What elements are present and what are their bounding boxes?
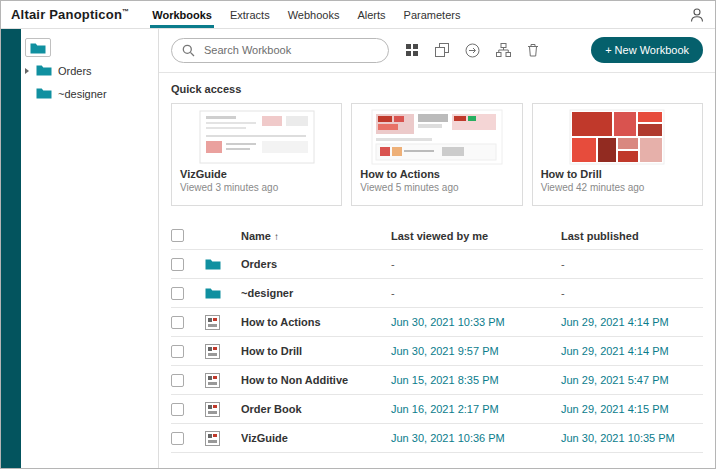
row-checkbox[interactable] — [171, 258, 184, 271]
trademark: ™ — [122, 8, 129, 15]
row-last-published: Jun 29, 2021 4:15 PM — [561, 403, 703, 415]
row-checkbox[interactable] — [171, 287, 184, 300]
workbook-card[interactable]: How to DrillViewed 42 minutes ago — [532, 103, 703, 206]
row-last-viewed: - — [391, 258, 561, 270]
nav-tab-workbooks[interactable]: Workbooks — [143, 1, 221, 28]
app-logo: Altair Panopticon™ — [11, 7, 129, 22]
workbook-table: Name↑ Last viewed by me Last published O… — [171, 222, 703, 453]
row-last-viewed: Jun 30, 2021 9:57 PM — [391, 345, 561, 357]
row-checkbox[interactable] — [171, 432, 184, 445]
folder-label: Orders — [58, 65, 92, 77]
card-viewed-ago: Viewed 42 minutes ago — [533, 180, 702, 195]
row-checkbox[interactable] — [171, 403, 184, 416]
workbook-card[interactable]: VizGuideViewed 3 minutes ago — [171, 103, 342, 206]
workbook-icon — [205, 315, 220, 330]
table-row[interactable]: How to DrillJun 30, 2021 9:57 PMJun 29, … — [171, 337, 703, 366]
nav-tab-parameters[interactable]: Parameters — [395, 1, 470, 28]
copy-icon[interactable] — [435, 43, 449, 57]
tree-item-orders[interactable]: Orders — [25, 59, 158, 82]
row-checkbox[interactable] — [171, 374, 184, 387]
select-all-checkbox[interactable] — [171, 229, 184, 242]
user-account-icon[interactable] — [689, 7, 705, 23]
workbook-table-body: Orders--~designer--How to ActionsJun 30,… — [171, 250, 703, 453]
table-row[interactable]: ~designer-- — [171, 279, 703, 308]
row-last-published: - — [561, 258, 703, 270]
row-name[interactable]: How to Non Additive — [241, 374, 391, 386]
card-viewed-ago: Viewed 3 minutes ago — [172, 180, 341, 195]
column-header-last-viewed[interactable]: Last viewed by me — [391, 230, 561, 242]
row-last-viewed: Jun 15, 2021 8:35 PM — [391, 374, 561, 386]
root-folder[interactable] — [25, 38, 51, 57]
nav-tabs: WorkbooksExtractsWebhooksAlertsParameter… — [143, 1, 469, 28]
row-name[interactable]: VizGuide — [241, 432, 391, 444]
table-row[interactable]: How to Non AdditiveJun 15, 2021 8:35 PMJ… — [171, 366, 703, 395]
top-bar: Altair Panopticon™ WorkbooksExtractsWebh… — [1, 1, 715, 29]
page-layout: Orders~designer + New Workbook Quick acc… — [1, 29, 715, 469]
row-last-published: Jun 30, 2021 10:35 PM — [561, 432, 703, 444]
table-row[interactable]: How to ActionsJun 30, 2021 10:33 PMJun 2… — [171, 308, 703, 337]
row-last-published: Jun 29, 2021 4:14 PM — [561, 316, 703, 328]
row-name[interactable]: ~designer — [241, 287, 391, 299]
new-workbook-button[interactable]: + New Workbook — [591, 37, 703, 63]
workbook-thumbnail — [533, 104, 702, 166]
quick-access-cards: VizGuideViewed 3 minutes agoHow to Actio… — [171, 103, 703, 206]
folder-tree: Orders~designer — [1, 29, 158, 105]
folder-icon — [205, 287, 221, 300]
toolbar: + New Workbook — [171, 37, 703, 63]
column-header-name[interactable]: Name↑ — [241, 230, 391, 242]
row-checkbox[interactable] — [171, 345, 184, 358]
card-title: VizGuide — [172, 166, 341, 180]
table-row[interactable]: Orders-- — [171, 250, 703, 279]
folder-label: ~designer — [58, 88, 107, 100]
row-checkbox[interactable] — [171, 316, 184, 329]
workbook-card[interactable]: How to ActionsViewed 5 minutes ago — [351, 103, 522, 206]
table-header: Name↑ Last viewed by me Last published — [171, 222, 703, 250]
delete-icon[interactable] — [527, 43, 539, 57]
column-header-last-published[interactable]: Last published — [561, 230, 703, 242]
workbook-icon — [205, 402, 220, 417]
table-row[interactable]: VizGuideJun 30, 2021 10:36 PMJun 30, 202… — [171, 424, 703, 453]
search-box[interactable] — [171, 38, 389, 63]
row-last-published: Jun 29, 2021 4:14 PM — [561, 345, 703, 357]
search-input[interactable] — [202, 43, 378, 57]
nav-tab-extracts[interactable]: Extracts — [221, 1, 279, 28]
row-name[interactable]: Order Book — [241, 403, 391, 415]
quick-access-title: Quick access — [171, 83, 703, 95]
folder-icon — [36, 87, 52, 100]
workbook-icon — [205, 431, 220, 446]
toolbar-divider — [159, 72, 715, 73]
move-icon[interactable] — [465, 43, 480, 58]
workbook-icon — [205, 373, 220, 388]
panopticon-workbooks-page: { "header": { "brand": "Altair Panoptico… — [0, 0, 716, 469]
folder-icon — [36, 64, 52, 77]
card-title: How to Drill — [533, 166, 702, 180]
row-last-published: Jun 29, 2021 5:47 PM — [561, 374, 703, 386]
nav-tab-alerts[interactable]: Alerts — [348, 1, 394, 28]
row-last-viewed: Jun 30, 2021 10:36 PM — [391, 432, 561, 444]
tree-item-designer[interactable]: ~designer — [25, 82, 158, 105]
row-last-viewed: Jun 30, 2021 10:33 PM — [391, 316, 561, 328]
nav-tab-webhooks[interactable]: Webhooks — [279, 1, 349, 28]
folder-structure-icon[interactable] — [496, 43, 511, 57]
workbook-thumbnail — [172, 104, 341, 166]
folder-icon — [30, 42, 46, 55]
row-last-published: - — [561, 287, 703, 299]
tree-item-root[interactable] — [25, 36, 158, 59]
card-title: How to Actions — [352, 166, 521, 180]
main-content: + New Workbook Quick access VizGuideView… — [159, 29, 715, 469]
row-name[interactable]: How to Drill — [241, 345, 391, 357]
card-viewed-ago: Viewed 5 minutes ago — [352, 180, 521, 195]
grid-view-icon[interactable] — [405, 43, 419, 57]
folder-icon — [205, 258, 221, 271]
search-icon — [182, 44, 195, 57]
workbook-thumbnail — [352, 104, 521, 166]
row-last-viewed: Jun 16, 2021 2:17 PM — [391, 403, 561, 415]
row-name[interactable]: Orders — [241, 258, 391, 270]
folder-sidebar: Orders~designer — [1, 29, 159, 469]
expand-caret[interactable] — [25, 68, 36, 74]
row-last-viewed: - — [391, 287, 561, 299]
row-name[interactable]: How to Actions — [241, 316, 391, 328]
workbook-icon — [205, 344, 220, 359]
table-row[interactable]: Order BookJun 16, 2021 2:17 PMJun 29, 20… — [171, 395, 703, 424]
toolbar-icons — [405, 43, 539, 58]
